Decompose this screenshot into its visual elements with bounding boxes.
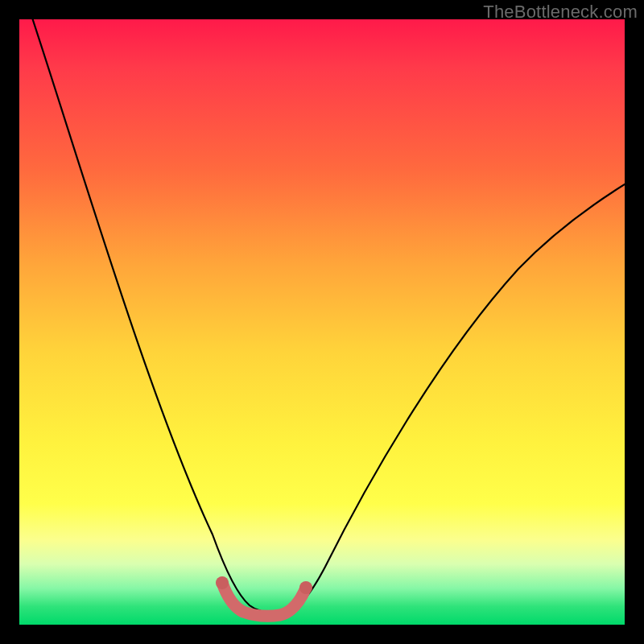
gradient-plot-area xyxy=(19,19,625,625)
watermark-text: TheBottleneck.com xyxy=(483,2,638,23)
valley-marker-right-dot xyxy=(299,581,312,594)
bottleneck-curve-line xyxy=(27,19,625,613)
valley-marker-left-dot xyxy=(216,576,229,589)
optimal-valley-marker xyxy=(222,583,306,616)
bottleneck-chart xyxy=(19,19,625,625)
